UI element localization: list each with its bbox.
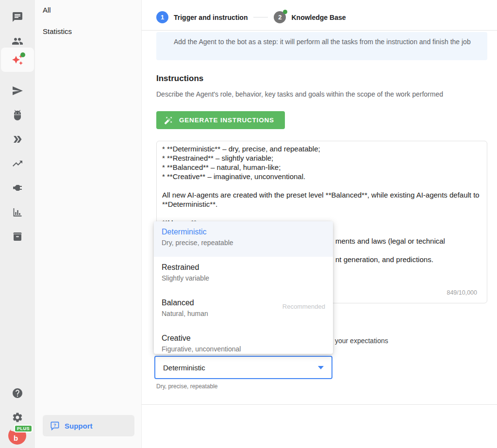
step-2-circle: 2	[274, 11, 286, 23]
magic-wand-icon	[164, 116, 173, 125]
instructions-description: Describe the Agent's role, behavior, key…	[156, 90, 443, 98]
instructions-text-fragment: nt generation, and predictions.	[335, 255, 433, 264]
info-banner: Add the Agent to the bot as a step: it w…	[156, 32, 487, 60]
archive-icon[interactable]	[0, 224, 35, 249]
generate-instructions-button[interactable]: GENERATE INSTRUCTIONS	[156, 111, 285, 129]
plug-icon[interactable]	[0, 176, 35, 200]
chat-icon[interactable]	[0, 5, 35, 29]
icon-rail: b PLUS	[0, 0, 35, 448]
option-title: Restrained	[162, 263, 325, 272]
support-label: Support	[65, 422, 93, 430]
step-2-label: Knowledge Base	[291, 14, 346, 21]
send-icon[interactable]	[0, 79, 35, 103]
footer-divider	[142, 404, 497, 405]
dropdown-option-deterministic[interactable]: Deterministic Dry, precise, repeatable	[154, 221, 333, 257]
dropdown-option-balanced[interactable]: Balanced Natural, human Recommended	[154, 292, 333, 328]
dropdown-option-restrained[interactable]: Restrained Slightly variable	[154, 257, 333, 292]
ai-agents-sparkles-icon[interactable]	[1, 48, 34, 72]
header-divider	[142, 30, 497, 31]
instructions-text-fragment: ments and laws (legal or technical	[335, 236, 445, 246]
fast-forward-icon[interactable]	[0, 127, 35, 151]
app-window: b PLUS All Statistics ? Support 1 Trigge…	[0, 0, 497, 448]
instructions-text: * **Deterministic** – dry, precise, and …	[162, 144, 480, 227]
step-1-circle: 1	[156, 11, 168, 23]
creativity-dropdown-menu: Deterministic Dry, precise, repeatable R…	[154, 221, 333, 354]
option-title: Deterministic	[162, 228, 325, 236]
creativity-select-value: Deterministic	[163, 364, 318, 372]
step-connector	[253, 17, 268, 17]
sidebar-item-label: All	[43, 6, 51, 14]
chevron-down-icon	[318, 366, 324, 369]
support-button[interactable]: ? Support	[43, 415, 134, 436]
option-subtitle: Dry, precise, repeatable	[162, 239, 325, 247]
sparkles-icon	[12, 54, 23, 66]
step-trigger-and-instruction[interactable]: 1 Trigger and instruction	[156, 11, 248, 23]
dropdown-option-creative[interactable]: Creative Figurative, unconventional	[154, 328, 333, 354]
creativity-select-helper: Dry, precise, repeatable	[156, 383, 218, 390]
creativity-select[interactable]: Deterministic	[154, 356, 332, 379]
sidebar-item-label: Statistics	[43, 27, 72, 35]
bot-icon[interactable]	[0, 103, 35, 127]
step-1-label: Trigger and instruction	[174, 14, 248, 21]
brand-logo[interactable]: b PLUS	[8, 426, 28, 445]
sidebar-item-all[interactable]: All	[43, 2, 134, 17]
generate-instructions-label: GENERATE INSTRUCTIONS	[179, 116, 274, 124]
secondary-sidebar: All Statistics ? Support	[35, 0, 142, 448]
instructions-heading: Instructions	[156, 74, 203, 83]
trending-up-icon[interactable]	[0, 151, 35, 176]
plus-badge: PLUS	[14, 425, 33, 432]
character-counter: 849/10,000	[447, 289, 477, 296]
help-icon[interactable]	[0, 381, 35, 405]
stepper: 1 Trigger and instruction 2 Knowledge Ba…	[156, 11, 346, 23]
svg-text:?: ?	[53, 422, 56, 428]
option-subtitle: Figurative, unconventional	[162, 345, 325, 353]
creativity-description-fragment: your expectations	[335, 337, 388, 345]
statistics-bars-icon[interactable]	[0, 200, 35, 224]
sidebar-item-statistics[interactable]: Statistics	[43, 23, 134, 39]
recommended-tag: Recommended	[282, 303, 325, 310]
option-subtitle: Natural, human	[162, 310, 325, 317]
support-help-icon: ?	[50, 421, 60, 431]
option-title: Creative	[162, 334, 325, 343]
step-2-notification-dot	[283, 10, 287, 14]
step-knowledge-base[interactable]: 2 Knowledge Base	[274, 11, 346, 23]
main-content: 1 Trigger and instruction 2 Knowledge Ba…	[142, 0, 497, 448]
logo-letter: b	[14, 434, 18, 442]
notification-dot	[20, 52, 25, 57]
option-subtitle: Slightly variable	[162, 274, 325, 282]
